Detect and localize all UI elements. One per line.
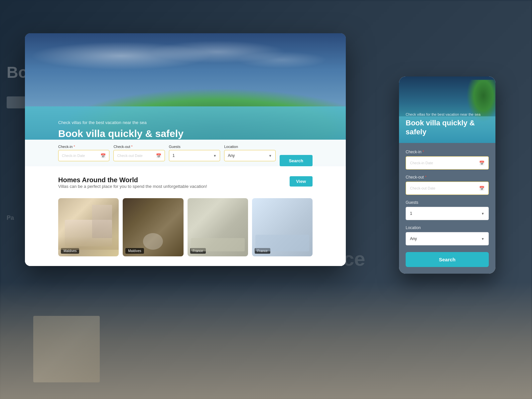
mobile-checkout-calendar-icon: 📅 xyxy=(479,186,484,191)
mobile-checkin-placeholder: Check-in Date xyxy=(410,161,433,165)
mobile-location-value: Any xyxy=(410,236,417,241)
checkin-label: Check-in * xyxy=(58,145,109,149)
checkout-placeholder: Check-out Date xyxy=(117,154,142,158)
hero-subtitle: Check villas for the best vacation near … xyxy=(58,120,184,125)
mobile-checkout-input[interactable]: Check-out Date 📅 xyxy=(406,182,489,195)
property-grid: Maldives Maldives France France xyxy=(58,198,313,256)
checkin-placeholder: Check-in Date xyxy=(62,154,85,158)
location-label: Location xyxy=(224,145,275,149)
search-bar: Check-in * Check-in Date 📅 Check-out * C… xyxy=(25,140,346,166)
location-chevron-icon: ▼ xyxy=(269,154,272,158)
guests-chevron-icon: ▼ xyxy=(213,154,216,158)
property-card[interactable]: France xyxy=(252,198,313,256)
mobile-guests-value: 1 xyxy=(410,211,412,216)
background-room-detail xyxy=(33,316,100,382)
guests-value: 1 xyxy=(173,153,175,158)
mobile-location-group: Location Any ▼ xyxy=(406,225,489,245)
location-value: Any xyxy=(228,153,235,158)
section-header: Homes Around the World Villas can be a p… xyxy=(58,176,313,196)
property-card[interactable]: France xyxy=(188,198,248,256)
guests-select[interactable]: 1 ▼ xyxy=(169,150,220,161)
mobile-guests-group: Guests 1 ▼ xyxy=(406,200,489,220)
mobile-guests-label: Guests xyxy=(406,200,489,205)
mobile-location-chevron-icon: ▼ xyxy=(481,237,484,241)
property-badge: Maldives xyxy=(61,248,79,254)
hero-content: Check villas for the best vacation near … xyxy=(58,120,184,140)
mobile-hero-content: Check villas for the best vacation near … xyxy=(406,112,489,136)
hero-title: Book villa quickly & safely xyxy=(58,128,184,140)
hero-section: Check villas for the best vacation near … xyxy=(25,33,346,166)
checkout-calendar-icon: 📅 xyxy=(156,153,161,158)
guests-group: Guests 1 ▼ xyxy=(169,145,220,161)
mobile-checkin-label: Check-in * xyxy=(406,150,489,154)
checkin-group: Check-in * Check-in Date 📅 xyxy=(58,145,109,161)
mobile-card: Check villas for the best vacation near … xyxy=(399,76,495,274)
mobile-checkout-group: Check-out * Check-out Date 📅 xyxy=(406,175,489,195)
location-select[interactable]: Any ▼ xyxy=(224,150,275,161)
property-card[interactable]: Maldives xyxy=(123,198,183,256)
location-group: Location Any ▼ xyxy=(224,145,275,161)
section-title: Homes Around the World xyxy=(58,176,207,184)
property-card[interactable]: Maldives xyxy=(58,198,119,256)
section-subtitle: Villas can be a perfect place for you to… xyxy=(58,184,207,189)
checkout-input[interactable]: Check-out Date 📅 xyxy=(113,150,165,161)
mobile-location-select[interactable]: Any ▼ xyxy=(406,232,489,245)
mobile-hero: Check villas for the best vacation near … xyxy=(399,76,495,143)
search-button[interactable]: Search xyxy=(280,155,313,166)
content-section: Homes Around the World Villas can be a p… xyxy=(25,166,346,266)
mobile-checkout-placeholder: Check-out Date xyxy=(410,186,435,190)
view-button[interactable]: View xyxy=(290,176,313,187)
mobile-search-button[interactable]: Search xyxy=(406,252,489,267)
mobile-hero-subtitle: Check villas for the best vacation near … xyxy=(406,112,489,117)
browser-card: Check villas for the best vacation near … xyxy=(25,33,346,266)
checkout-group: Check-out * Check-out Date 📅 xyxy=(113,145,165,161)
checkin-input[interactable]: Check-in Date 📅 xyxy=(58,150,109,161)
mobile-form: Check-in * Check-in Date 📅 Check-out * C… xyxy=(399,143,495,274)
mobile-checkin-calendar-icon: 📅 xyxy=(479,161,484,166)
mobile-checkout-label: Check-out * xyxy=(406,175,489,180)
mobile-location-label: Location xyxy=(406,225,489,230)
checkout-label: Check-out * xyxy=(113,145,165,149)
background-section-label: Pa xyxy=(7,214,14,221)
checkin-calendar-icon: 📅 xyxy=(100,153,106,158)
background-search-bar xyxy=(7,96,27,108)
mobile-hero-title: Book villa quickly & safely xyxy=(406,119,489,136)
mobile-checkin-group: Check-in * Check-in Date 📅 xyxy=(406,150,489,170)
mobile-checkin-input[interactable]: Check-in Date 📅 xyxy=(406,156,489,170)
mobile-guests-chevron-icon: ▼ xyxy=(481,212,484,215)
guests-label: Guests xyxy=(169,145,220,149)
property-badge: Maldives xyxy=(125,248,144,254)
mobile-guests-select[interactable]: 1 ▼ xyxy=(406,207,489,220)
section-title-group: Homes Around the World Villas can be a p… xyxy=(58,176,207,196)
